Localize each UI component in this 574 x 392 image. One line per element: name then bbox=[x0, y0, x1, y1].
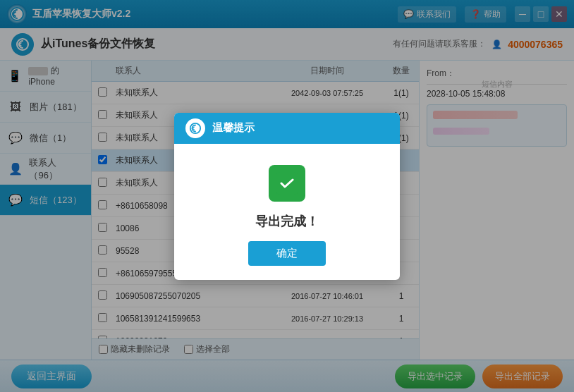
modal-title: 温馨提示 bbox=[212, 121, 255, 135]
modal-logo-icon bbox=[185, 118, 205, 138]
modal-body: 导出完成！ 确定 bbox=[174, 144, 400, 280]
modal-confirm-button[interactable]: 确定 bbox=[248, 241, 326, 266]
modal-header: 温馨提示 bbox=[174, 113, 400, 144]
success-check-icon bbox=[269, 165, 305, 202]
modal-message: 导出完成！ bbox=[255, 213, 319, 230]
svg-rect-3 bbox=[276, 172, 298, 195]
modal-box: 温馨提示 导出完成！ 确定 bbox=[174, 113, 400, 280]
modal-overlay: 温馨提示 导出完成！ 确定 bbox=[0, 0, 574, 392]
